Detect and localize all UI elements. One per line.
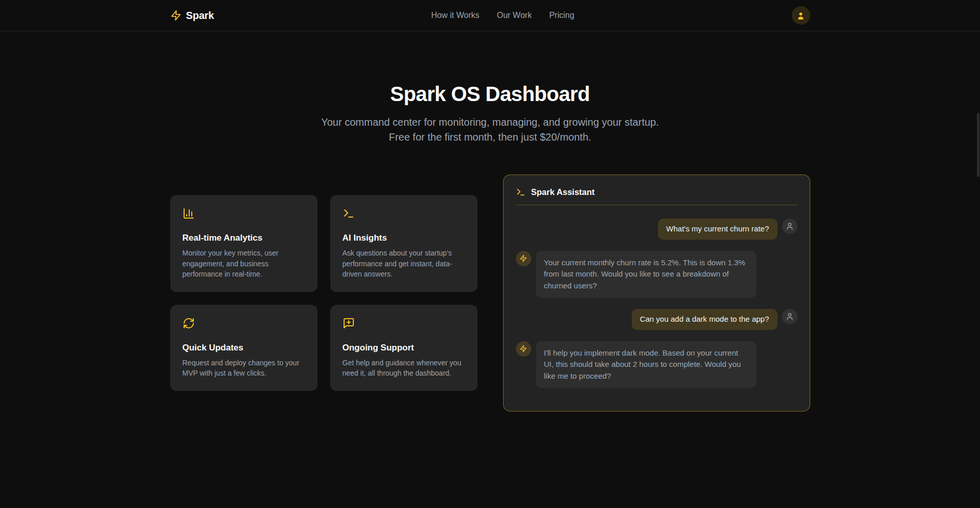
- brand-name: Spark: [186, 10, 214, 22]
- spark-assistant-panel: Spark Assistant What's my current churn …: [503, 174, 810, 412]
- feature-title: Quick Updates: [183, 343, 305, 353]
- feature-description: Ask questions about your startup's perfo…: [343, 248, 465, 280]
- assistant-panel-title: Spark Assistant: [531, 187, 595, 197]
- user-message-bubble: What's my current churn rate?: [658, 219, 777, 240]
- user-filled-icon: [796, 11, 806, 21]
- zap-icon: [170, 10, 182, 21]
- assistant-message-bubble: Your current monthly churn rate is 5.2%.…: [536, 251, 756, 298]
- feature-title: Ongoing Support: [343, 343, 465, 353]
- feature-description: Get help and guidance whenever you need …: [343, 358, 465, 379]
- chat-message-assistant: Your current monthly churn rate is 5.2%.…: [516, 251, 797, 298]
- feature-grid: Real-time Analytics Monitor your key met…: [170, 195, 477, 391]
- chart-column-icon: [183, 207, 305, 220]
- feature-card-quick-updates: Quick Updates Request and deploy changes…: [170, 305, 317, 391]
- feature-card-real-time-analytics: Real-time Analytics Monitor your key met…: [170, 195, 317, 292]
- feature-description: Monitor your key metrics, user engagemen…: [183, 248, 305, 280]
- top-nav: Spark How it Works Our Work Pricing: [0, 0, 980, 31]
- refresh-icon: [183, 317, 305, 329]
- page-title: Spark OS Dashboard: [0, 83, 980, 105]
- page-subtitle: Your command center for monitoring, mana…: [313, 115, 667, 145]
- assistant-message-bubble: I'll help you implement dark mode. Based…: [536, 341, 756, 388]
- chat-message-user: What's my current churn rate?: [516, 219, 797, 240]
- user-icon: [786, 222, 794, 230]
- terminal-icon: [516, 187, 526, 197]
- nav-link-how-it-works[interactable]: How it Works: [431, 11, 479, 20]
- zap-icon: [519, 255, 527, 262]
- brand-logo[interactable]: Spark: [170, 10, 214, 22]
- message-square-plus-icon: [343, 317, 465, 329]
- nav-link-pricing[interactable]: Pricing: [549, 11, 574, 20]
- account-avatar-button[interactable]: [792, 6, 810, 25]
- chat-messages: What's my current churn rate? Your curre…: [516, 219, 797, 388]
- user-avatar: [782, 219, 797, 234]
- feature-card-ai-insights: AI Insights Ask questions about your sta…: [330, 195, 477, 292]
- scrollbar-thumb[interactable]: [977, 113, 979, 177]
- feature-description: Request and deploy changes to your MVP w…: [183, 358, 305, 379]
- feature-title: AI Insights: [343, 233, 465, 243]
- user-avatar: [782, 309, 797, 324]
- assistant-avatar: [516, 341, 531, 357]
- feature-title: Real-time Analytics: [183, 233, 305, 243]
- chat-message-user: Can you add a dark mode to the app?: [516, 309, 797, 330]
- chat-message-assistant: I'll help you implement dark mode. Based…: [516, 341, 797, 388]
- user-message-bubble: Can you add a dark mode to the app?: [632, 309, 777, 330]
- nav-links: How it Works Our Work Pricing: [431, 11, 574, 20]
- zap-icon: [519, 345, 527, 353]
- main-content: Real-time Analytics Monitor your key met…: [170, 174, 810, 412]
- terminal-icon: [343, 207, 465, 220]
- assistant-avatar: [516, 251, 531, 266]
- nav-link-our-work[interactable]: Our Work: [497, 11, 532, 20]
- feature-card-ongoing-support: Ongoing Support Get help and guidance wh…: [330, 305, 477, 391]
- hero-section: Spark OS Dashboard Your command center f…: [0, 31, 980, 145]
- user-icon: [786, 312, 794, 321]
- assistant-panel-header: Spark Assistant: [516, 187, 797, 205]
